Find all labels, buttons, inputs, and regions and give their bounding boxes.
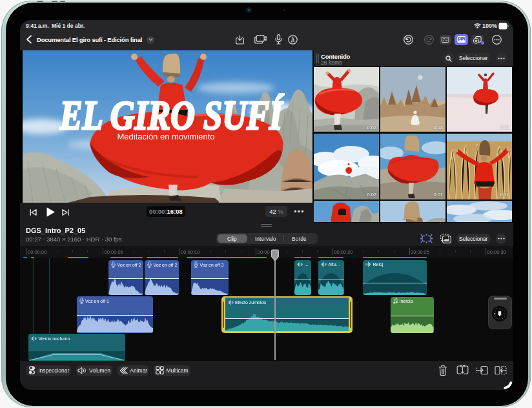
svg-text:Meditación en movimiento: Meditación en movimiento [117,132,214,141]
